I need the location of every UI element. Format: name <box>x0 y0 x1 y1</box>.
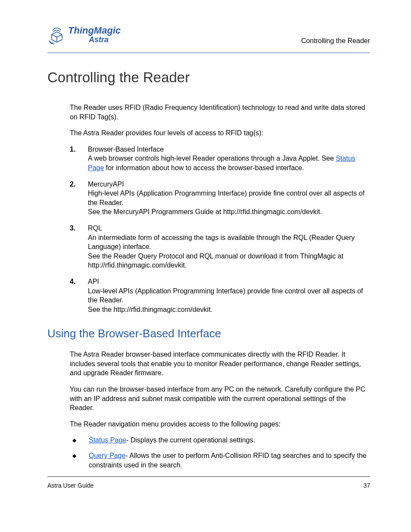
bullet-text: - Displays the current operational setti… <box>126 436 255 444</box>
list-item-text-post: for information about how to access the … <box>104 164 304 171</box>
list-number: 4. <box>70 277 88 314</box>
bullet-icon: ◆ <box>70 436 89 445</box>
bullet-text: - Allows the user to perform Anti-Collis… <box>89 452 367 469</box>
list-item-title: RQL <box>88 224 370 233</box>
list-item-text: An intermediate form of accessing the ta… <box>88 234 355 269</box>
list-item: ◆ Status Page- Displays the current oper… <box>70 436 370 445</box>
list-item-title: Browser-Based Interface <box>88 145 370 154</box>
list-number: 3. <box>70 224 88 270</box>
section-body: The Astra Reader browser-based interface… <box>70 350 370 470</box>
page: ThingMagic Astra Controlling the Reader … <box>0 0 411 532</box>
section-paragraph: The Astra Reader browser-based interface… <box>70 350 370 378</box>
intro-paragraph-1: The Reader uses RFID (Radio Frequency Id… <box>70 103 370 121</box>
list-item: ◆ Query Page- Allows the user to perform… <box>70 451 370 470</box>
query-page-link[interactable]: Query Page <box>89 452 125 459</box>
status-page-link[interactable]: Status Page <box>89 436 126 444</box>
section-title: Using the Browser-Based Interface <box>47 327 370 340</box>
page-footer: Astra User Guide 37 <box>47 476 370 489</box>
list-item-body: MercuryAPI High-level APIs (Application … <box>88 180 370 217</box>
list-item-body: Browser-Based Interface A web browser co… <box>88 145 370 173</box>
list-item-title: API <box>88 277 370 286</box>
access-levels-list: 1. Browser-Based Interface A web browser… <box>70 145 370 314</box>
list-item: 1. Browser-Based Interface A web browser… <box>70 145 370 173</box>
section-paragraph: The Reader navigation menu provides acce… <box>70 420 370 429</box>
list-item-title: MercuryAPI <box>88 180 370 189</box>
intro-paragraph-2: The Astra Reader provides four levels of… <box>70 128 370 138</box>
header-section-name: Controlling the Reader <box>301 37 370 45</box>
section-paragraph: You can run the browser-based interface … <box>70 385 370 413</box>
list-item: 2. MercuryAPI High-level APIs (Applicati… <box>70 180 370 217</box>
list-item-text: Low-level APIs (Application Programming … <box>88 287 363 313</box>
list-number: 1. <box>70 145 88 173</box>
list-item-text: High-level APIs (Application Programming… <box>88 190 364 215</box>
bullet-body: Query Page- Allows the user to perform A… <box>89 451 370 470</box>
footer-doc-title: Astra User Guide <box>47 482 93 489</box>
body-content: The Reader uses RFID (Radio Frequency Id… <box>70 103 370 314</box>
page-title: Controlling the Reader <box>47 69 370 86</box>
logo-sub-text: Astra <box>89 35 121 45</box>
bullet-icon: ◆ <box>70 451 89 470</box>
footer-page-number: 37 <box>363 482 370 489</box>
page-header: ThingMagic Astra Controlling the Reader <box>47 26 370 53</box>
list-item-body: RQL An intermediate form of accessing th… <box>88 224 370 270</box>
logo-icon <box>47 26 67 45</box>
bullet-body: Status Page- Displays the current operat… <box>89 436 255 445</box>
logo: ThingMagic Astra <box>47 26 121 45</box>
list-item: 3. RQL An intermediate form of accessing… <box>70 224 370 270</box>
logo-text: ThingMagic Astra <box>68 26 121 45</box>
list-item: 4. API Low-level APIs (Application Progr… <box>70 277 370 314</box>
logo-main-text: ThingMagic <box>68 26 121 35</box>
list-number: 2. <box>70 180 88 217</box>
list-item-body: API Low-level APIs (Application Programm… <box>88 277 370 314</box>
list-item-text-pre: A web browser controls high-level Reader… <box>88 155 336 162</box>
pages-bullet-list: ◆ Status Page- Displays the current oper… <box>70 436 370 470</box>
